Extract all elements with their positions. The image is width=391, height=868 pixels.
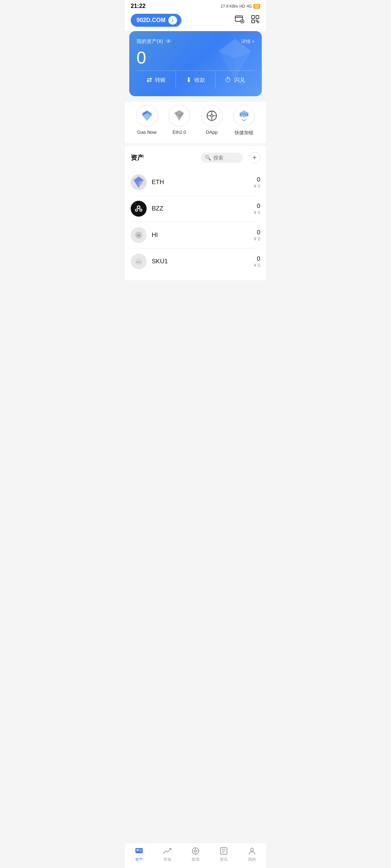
sku1-amount: 0: [254, 255, 260, 263]
token-item-bzz[interactable]: BZZ 0 ¥ 0: [131, 196, 260, 222]
gas-now-icon-circle: [136, 105, 158, 127]
nav-item-assets[interactable]: 资产: [135, 847, 143, 862]
discover-nav-icon: [191, 847, 200, 855]
status-time: 21:22: [131, 3, 146, 9]
news-nav-icon: [219, 847, 228, 855]
sku1-token-name: SKU1: [152, 258, 254, 265]
hi-amounts: 0 ¥ 0: [254, 229, 260, 242]
asset-label: 我的资产(¥) 👁: [136, 38, 172, 45]
nav-item-news[interactable]: 资讯: [219, 847, 228, 862]
bzz-amounts: 0 ¥ 0: [254, 203, 260, 215]
quick-item-quick-chain[interactable]: EVM 快捷加链: [233, 105, 255, 136]
hi-cny: ¥ 0: [254, 236, 260, 242]
search-box[interactable]: 🔍: [201, 153, 243, 163]
svg-text:HI: HI: [137, 234, 140, 237]
quick-menu: Gas Now Eth2.0: [125, 102, 266, 143]
status-icons: 27.8 KB/s HD 4G 18: [221, 4, 260, 9]
eth-token-name: ETH: [152, 179, 254, 186]
quick-item-gas-now[interactable]: Gas Now: [136, 105, 158, 136]
token-item-eth[interactable]: ETH 0 ¥ 0: [131, 169, 260, 196]
svg-point-35: [136, 209, 137, 211]
asset-label-text: 我的资产(¥): [136, 38, 163, 45]
network-indicator: 4G: [247, 4, 252, 8]
asset-card: 我的资产(¥) 👁 详情 > 0 ⇄ 转账 ⬇ 收款 ⏱ 闪兑: [129, 31, 262, 96]
add-token-button[interactable]: +: [249, 152, 260, 163]
market-nav-label: 市场: [163, 857, 171, 862]
assets-nav-icon: [135, 847, 143, 855]
svg-text:SKU: SKU: [136, 261, 142, 263]
market-nav-icon: [163, 847, 172, 855]
quick-chain-icon-circle: EVM: [233, 105, 255, 127]
asset-detail-link[interactable]: 详情 >: [241, 38, 255, 45]
bzz-logo: [131, 201, 147, 217]
news-nav-label: 资讯: [220, 857, 228, 862]
nav-item-profile[interactable]: 我的: [248, 847, 256, 862]
assets-title: 资产: [131, 153, 144, 162]
sku1-logo: SKU: [131, 254, 147, 269]
profile-nav-label: 我的: [248, 857, 256, 862]
svg-rect-2: [252, 16, 255, 18]
svg-point-34: [138, 207, 140, 208]
svg-point-36: [140, 209, 142, 211]
nav-item-market[interactable]: 市场: [163, 847, 172, 862]
hd-badge: HD: [239, 4, 245, 8]
add-wallet-icon[interactable]: [234, 14, 244, 26]
domain-pill[interactable]: 902D.COM ›: [131, 14, 181, 27]
domain-label: 902D.COM: [136, 17, 165, 24]
quick-item-eth2[interactable]: Eth2.0: [168, 105, 190, 136]
battery-indicator: 18: [253, 4, 260, 9]
svg-rect-3: [256, 16, 259, 18]
bzz-cny: ¥ 0: [254, 210, 260, 215]
sku1-amounts: 0 ¥ 0: [254, 255, 260, 268]
scan-icon[interactable]: [250, 14, 260, 26]
status-bar: 21:22 27.8 KB/s HD 4G 18: [125, 0, 266, 11]
bzz-amount: 0: [254, 203, 260, 210]
token-item-sku1[interactable]: SKU SKU1 0 ¥ 0: [131, 248, 260, 275]
header: 902D.COM ›: [125, 11, 266, 31]
discover-nav-label: 发现: [192, 857, 199, 862]
svg-point-46: [195, 850, 197, 852]
sku1-cny: ¥ 0: [254, 263, 260, 268]
profile-nav-icon: [248, 847, 256, 855]
eth-logo: [131, 174, 147, 190]
dapp-icon-circle: [201, 105, 223, 127]
eth2-label: Eth2.0: [172, 129, 186, 135]
receive-label: 收款: [194, 77, 205, 84]
receive-action[interactable]: ⬇ 收款: [176, 71, 215, 89]
eth-amounts: 0 ¥ 0: [254, 176, 260, 189]
speed-indicator: 27.8 KB/s: [221, 4, 238, 8]
token-item-hi[interactable]: HI HI 0 ¥ 0: [131, 222, 260, 248]
receive-icon: ⬇: [186, 76, 192, 84]
svg-point-55: [251, 848, 253, 851]
assets-nav-label: 资产: [135, 857, 143, 862]
transfer-action[interactable]: ⇄ 转账: [136, 71, 176, 89]
header-icons: [234, 14, 260, 26]
hi-logo: HI: [131, 227, 147, 243]
eth-cny: ¥ 0: [254, 183, 260, 189]
assets-section: 资产 🔍 + ETH 0 ¥ 0: [125, 146, 266, 280]
bottom-nav: 资产 市场 发现 资讯: [125, 843, 266, 868]
domain-arrow-icon: ›: [168, 16, 177, 25]
svg-rect-42: [136, 849, 139, 851]
search-input[interactable]: [213, 155, 239, 161]
quick-chain-label: 快捷加链: [235, 129, 253, 136]
dapp-label: DApp: [206, 129, 218, 135]
transfer-label: 转账: [155, 77, 166, 84]
search-icon: 🔍: [205, 155, 211, 161]
eth2-icon-circle: [168, 105, 190, 127]
gas-now-label: Gas Now: [137, 129, 156, 135]
transfer-icon: ⇄: [147, 76, 152, 84]
eth-amount: 0: [254, 176, 260, 183]
bzz-token-name: BZZ: [152, 205, 254, 212]
svg-point-19: [211, 115, 213, 117]
hi-token-name: HI: [152, 231, 254, 239]
svg-rect-4: [252, 20, 255, 23]
quick-item-dapp[interactable]: DApp: [201, 105, 223, 136]
assets-header: 资产 🔍 +: [131, 152, 260, 163]
nav-item-discover[interactable]: 发现: [191, 847, 200, 862]
eye-icon[interactable]: 👁: [166, 38, 172, 45]
hi-amount: 0: [254, 229, 260, 236]
